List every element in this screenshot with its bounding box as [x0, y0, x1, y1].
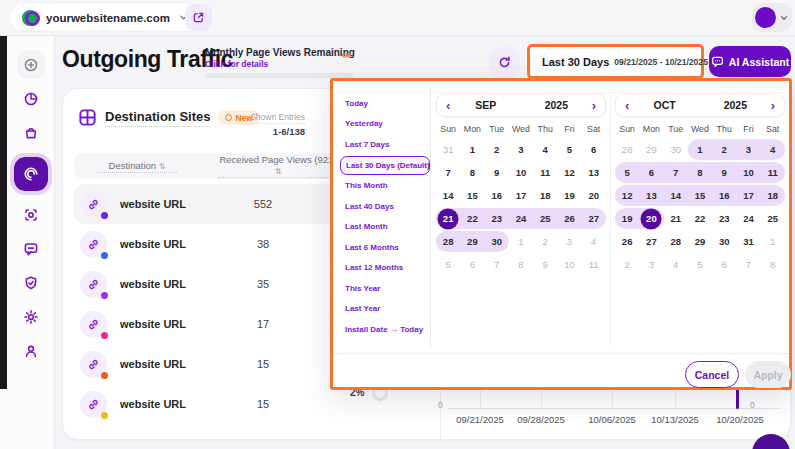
day-cell[interactable]: 21	[664, 207, 688, 230]
day-cell[interactable]: 10	[509, 161, 533, 184]
preset-this-year[interactable]: This Year	[340, 278, 430, 299]
day-cell[interactable]: 27	[639, 230, 663, 253]
sidebar-item-settings-gear[interactable]	[17, 303, 45, 331]
day-cell[interactable]: 8	[509, 253, 533, 276]
sidebar-item-analytics-pie[interactable]	[17, 85, 45, 113]
day-cell[interactable]: 7	[436, 161, 460, 184]
day-cell[interactable]: 21	[436, 207, 460, 230]
domain-selector[interactable]: yourwebsitename.com	[10, 4, 201, 31]
day-cell[interactable]: 17	[509, 184, 533, 207]
day-cell[interactable]: 5	[688, 253, 712, 276]
day-cell[interactable]: 7	[664, 161, 688, 184]
day-cell[interactable]: 30	[485, 230, 509, 253]
day-cell[interactable]: 17	[736, 184, 760, 207]
day-cell[interactable]: 16	[712, 184, 736, 207]
preset-last-12-months[interactable]: Last 12 Months	[340, 258, 430, 279]
month-label[interactable]: OCT	[629, 99, 700, 111]
day-cell[interactable]: 28	[615, 138, 639, 161]
day-cell[interactable]: 18	[761, 184, 785, 207]
day-cell[interactable]: 2	[712, 138, 736, 161]
year-label[interactable]: 2025	[700, 99, 771, 111]
preset-last-40-days[interactable]: Last 40 Days	[340, 196, 430, 217]
day-cell[interactable]: 15	[460, 184, 484, 207]
day-cell[interactable]: 6	[582, 138, 606, 161]
day-cell[interactable]: 27	[582, 207, 606, 230]
day-cell[interactable]: 30	[712, 230, 736, 253]
day-cell[interactable]: 15	[688, 184, 712, 207]
day-cell[interactable]: 6	[460, 253, 484, 276]
preset-last-7-days[interactable]: Last 7 Days	[340, 134, 430, 155]
sidebar-item-collapse-toggle[interactable]	[17, 51, 45, 79]
day-cell[interactable]: 7	[736, 253, 760, 276]
day-cell[interactable]: 31	[736, 230, 760, 253]
day-cell[interactable]: 22	[460, 207, 484, 230]
sidebar-item-orders-bag[interactable]	[17, 119, 45, 147]
day-cell[interactable]: 3	[736, 138, 760, 161]
day-cell[interactable]: 28	[436, 230, 460, 253]
apply-button[interactable]: Apply	[745, 361, 791, 388]
chevron-right-icon[interactable]: ›	[771, 99, 775, 112]
refresh-button[interactable]	[489, 47, 520, 78]
month-label[interactable]: SEP	[450, 99, 521, 111]
day-cell[interactable]: 18	[533, 184, 557, 207]
year-label[interactable]: 2025	[521, 99, 592, 111]
day-cell[interactable]: 4	[533, 138, 557, 161]
preset-install-date-today[interactable]: Install Date → Today	[340, 319, 430, 340]
day-cell[interactable]: 5	[436, 253, 460, 276]
day-cell[interactable]: 31	[436, 138, 460, 161]
account-menu[interactable]	[752, 3, 792, 32]
day-cell[interactable]: 12	[557, 161, 581, 184]
day-cell[interactable]: 11	[761, 161, 785, 184]
day-cell[interactable]: 24	[736, 207, 760, 230]
day-cell[interactable]: 9	[533, 253, 557, 276]
day-cell[interactable]: 1	[509, 230, 533, 253]
ai-assistant-button[interactable]: AI Assistant	[709, 46, 791, 77]
sidebar-item-tracking-target[interactable]	[17, 201, 45, 229]
day-cell[interactable]: 4	[582, 230, 606, 253]
day-cell[interactable]: 16	[485, 184, 509, 207]
day-cell[interactable]: 10	[557, 253, 581, 276]
day-cell[interactable]: 2	[485, 138, 509, 161]
day-cell[interactable]: 12	[615, 184, 639, 207]
day-cell[interactable]: 8	[688, 161, 712, 184]
day-cell[interactable]: 8	[761, 253, 785, 276]
day-cell[interactable]: 9	[712, 161, 736, 184]
preset-last-year[interactable]: Last Year	[340, 299, 430, 320]
day-cell[interactable]: 20	[639, 207, 663, 230]
day-cell[interactable]: 20	[582, 184, 606, 207]
preset-last-6-months[interactable]: Last 6 Months	[340, 237, 430, 258]
day-cell[interactable]: 5	[615, 161, 639, 184]
day-cell[interactable]: 13	[639, 184, 663, 207]
quota-details-link[interactable]: Click for details	[205, 59, 355, 69]
day-cell[interactable]: 9	[485, 161, 509, 184]
day-cell[interactable]: 29	[460, 230, 484, 253]
day-cell[interactable]: 30	[664, 138, 688, 161]
day-cell[interactable]: 25	[761, 207, 785, 230]
preset-last-30-days-default-[interactable]: Last 30 Days (Default)	[340, 156, 430, 175]
sidebar-item-account-user[interactable]	[17, 337, 45, 365]
day-cell[interactable]: 1	[460, 138, 484, 161]
preset-this-month[interactable]: This Month	[340, 176, 430, 197]
day-cell[interactable]: 3	[557, 230, 581, 253]
day-cell[interactable]: 1	[688, 138, 712, 161]
date-range-selector[interactable]: Last 30 Days 09/21/2025 - 10/21/2025	[527, 44, 704, 79]
open-external-button[interactable]	[185, 4, 212, 31]
day-cell[interactable]: 29	[639, 138, 663, 161]
day-cell[interactable]: 29	[688, 230, 712, 253]
day-cell[interactable]: 11	[533, 161, 557, 184]
preset-today[interactable]: Today	[340, 93, 430, 114]
sidebar-item-security-shield[interactable]	[17, 269, 45, 297]
day-cell[interactable]: 10	[736, 161, 760, 184]
day-cell[interactable]: 2	[533, 230, 557, 253]
day-cell[interactable]: 1	[761, 230, 785, 253]
day-cell[interactable]: 14	[436, 184, 460, 207]
sidebar-item-outgoing-traffic[interactable]	[14, 157, 48, 191]
day-cell[interactable]: 14	[664, 184, 688, 207]
day-cell[interactable]: 22	[688, 207, 712, 230]
day-cell[interactable]: 23	[712, 207, 736, 230]
day-cell[interactable]: 6	[712, 253, 736, 276]
day-cell[interactable]: 8	[460, 161, 484, 184]
day-cell[interactable]: 28	[664, 230, 688, 253]
preset-last-month[interactable]: Last Month	[340, 217, 430, 238]
day-cell[interactable]: 7	[485, 253, 509, 276]
